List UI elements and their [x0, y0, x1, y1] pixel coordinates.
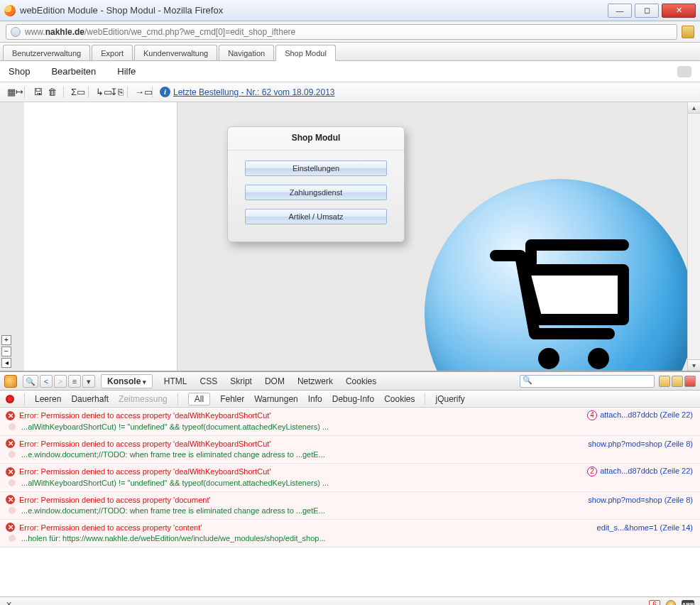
error-icon: ✕	[6, 523, 15, 532]
module-tab-shop-modul[interactable]: Shop Modul	[275, 45, 336, 61]
menu-bar: Shop Bearbeiten Hilfe	[0, 61, 700, 82]
article-revenue-button[interactable]: Artikel / Umsatz	[245, 209, 387, 224]
tree-panel[interactable]	[24, 102, 177, 371]
timing-button[interactable]: Zeitmessung	[119, 394, 168, 404]
export-icon[interactable]: →▭	[135, 87, 146, 98]
attach-icon[interactable]: ↧⎘	[110, 87, 121, 98]
error-message: Error: Permission denied to access prope…	[19, 523, 202, 532]
menu-hilfe[interactable]: Hilfe	[117, 66, 136, 77]
new-order-icon[interactable]: ▦↦	[7, 87, 18, 98]
scroll-down-icon[interactable]: ▾	[688, 359, 700, 371]
inspect-icon[interactable]: 🔍	[23, 375, 38, 388]
lines-icon[interactable]: ≡	[68, 375, 81, 388]
bookmark-icon[interactable]	[682, 26, 694, 38]
toolbar-group-3: Σ▭	[71, 87, 89, 98]
filter-cookies-button[interactable]: Cookies	[384, 394, 415, 404]
breakpoint-dot-icon[interactable]	[9, 451, 16, 458]
breakpoint-dot-icon[interactable]	[9, 479, 16, 486]
firebug-search-input[interactable]	[520, 375, 655, 388]
module-tab-navigation[interactable]: Navigation	[219, 45, 274, 60]
firebug-tab-netzwerk[interactable]: Netzwerk	[296, 375, 334, 388]
error-count-badge[interactable]: 6	[649, 600, 660, 606]
filter-errors-button[interactable]: Fehler	[220, 394, 244, 404]
payment-service-button[interactable]: Zahlungsdienst	[245, 185, 387, 200]
firebug-tab-konsole[interactable]: Konsole	[101, 374, 153, 388]
error-code: ...e.window.document;//TODO: when frame …	[21, 450, 325, 459]
module-tab-kundenverwaltung[interactable]: Kundenverwaltung	[134, 45, 217, 60]
content-scrollbar[interactable]: ▴ ▾	[687, 102, 700, 371]
error-message: Error: Permission denied to access prope…	[19, 467, 271, 476]
error-source-link[interactable]: show.php?mod=shop (Zeile 8)	[588, 440, 693, 448]
url-host: nakhle.de	[45, 27, 84, 37]
status-indicator-icon[interactable]	[666, 600, 676, 606]
error-source-link[interactable]: attach...d87ddcb (Zeile 22)	[600, 410, 693, 419]
nav-forward-button[interactable]: >	[54, 375, 67, 388]
error-source-link[interactable]: edit_s...&home=1 (Zeile 14)	[597, 523, 693, 532]
menu-bearbeiten[interactable]: Bearbeiten	[51, 66, 96, 77]
clear-button[interactable]: Leeren	[35, 394, 61, 404]
firefox-icon	[4, 5, 16, 16]
toolbar-group-2: 🖫 🗑	[32, 87, 64, 98]
firebug-tab-skript[interactable]: Skript	[229, 375, 253, 388]
filter-warnings-button[interactable]: Warnungen	[254, 394, 298, 404]
settings-button[interactable]: Einstellungen	[245, 160, 387, 176]
firebug-tab-cookies[interactable]: Cookies	[344, 375, 378, 388]
firebug-icon[interactable]	[4, 375, 17, 388]
dropdown-icon[interactable]: ▾	[82, 375, 95, 388]
speech-bubble-icon[interactable]	[677, 66, 691, 77]
window-close-button[interactable]: ✕	[662, 4, 696, 18]
last-order-link[interactable]: Letzte Bestellung - Nr.: 62 vom 18.09.20…	[173, 87, 334, 97]
module-tab-export[interactable]: Export	[92, 45, 133, 60]
url-input[interactable]: www.nakhle.de/webEdition/we_cmd.php?we_c…	[6, 24, 677, 40]
filter-all-button[interactable]: All	[188, 393, 210, 405]
window-titlebar: webEdition Module - Shop Modul - Mozilla…	[0, 0, 700, 21]
svg-point-1	[588, 348, 609, 369]
error-icon: ✕	[6, 439, 15, 448]
toolbar: ▦↦ 🖫 🗑 Σ▭ ↳▭ ↧⎘ →▭ i Letzte Bestellung -…	[0, 82, 700, 102]
expand-button[interactable]: +	[1, 335, 11, 345]
status-close-icon[interactable]: ✕	[6, 600, 12, 605]
console-output[interactable]: ✕ Error: Permission denied to access pro…	[0, 408, 700, 596]
window-maximize-button[interactable]: ◻	[635, 4, 659, 18]
save-icon[interactable]: 🖫	[32, 87, 43, 98]
firebug-close-button[interactable]	[684, 376, 696, 387]
breakpoint-dot-icon[interactable]	[9, 507, 16, 514]
module-tab-benutzerverwaltung[interactable]: Benutzerverwaltung	[3, 45, 90, 60]
import-icon[interactable]: ↳▭	[96, 87, 107, 98]
firebug-tab-html[interactable]: HTML	[163, 375, 189, 388]
nav-back-button[interactable]: <	[40, 375, 53, 388]
firebug-tab-dom[interactable]: DOM	[263, 375, 286, 388]
error-source-link[interactable]: attach...d87ddcb (Zeile 22)	[600, 467, 693, 475]
firebug-minimize-button[interactable]	[659, 376, 670, 387]
url-prefix: www.	[25, 27, 45, 37]
status-bar: ✕ 6 ABP	[0, 596, 700, 605]
firebug-popout-button[interactable]	[672, 376, 683, 387]
close-tree-button[interactable]: ◂	[1, 358, 11, 368]
persist-button[interactable]: Dauerhaft	[71, 394, 109, 404]
breakpoint-dot-icon[interactable]	[9, 423, 16, 430]
stop-icon[interactable]	[6, 395, 14, 403]
filter-debug-button[interactable]: Debug-Info	[332, 394, 374, 404]
error-message: Error: Permission denied to access prope…	[19, 440, 271, 448]
breakpoint-dot-icon[interactable]	[9, 535, 16, 542]
firebug-toolbar: 🔍 < > ≡ ▾ Konsole HTML CSS Skript DOM Ne…	[0, 372, 700, 391]
jquerify-button[interactable]: jQuerify	[435, 394, 464, 404]
sum-icon[interactable]: Σ▭	[71, 87, 82, 98]
collapse-button[interactable]: −	[1, 347, 11, 356]
firebug-tab-css[interactable]: CSS	[199, 375, 219, 388]
left-controls: + − ◂	[0, 102, 24, 371]
error-source-link[interactable]: show.php?mod=shop (Zeile 8)	[588, 496, 693, 504]
menu-shop[interactable]: Shop	[9, 66, 30, 77]
error-code: ...alWithKeyboardShortCut) != "undefined…	[21, 479, 329, 487]
abp-icon[interactable]: ABP	[682, 600, 694, 606]
window-minimize-button[interactable]: —	[608, 4, 632, 18]
error-code: ...e.window.document;//TODO: when frame …	[21, 506, 325, 515]
filter-info-button[interactable]: Info	[308, 394, 322, 404]
console-error-row: ✕ Error: Permission denied to access pro…	[0, 408, 700, 436]
toolbar-group-info: i Letzte Bestellung - Nr.: 62 vom 18.09.…	[160, 87, 340, 97]
error-icon: ✕	[6, 495, 15, 504]
scroll-up-icon[interactable]: ▴	[688, 102, 700, 114]
delete-icon[interactable]: 🗑	[46, 87, 58, 98]
address-bar: www.nakhle.de/webEdition/we_cmd.php?we_c…	[0, 21, 700, 43]
error-count-badge: 2	[587, 467, 597, 476]
